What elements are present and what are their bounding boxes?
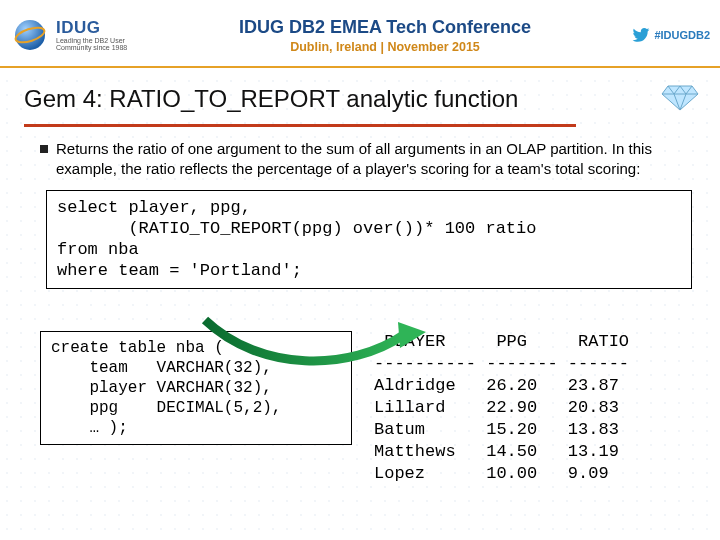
idug-logo: IDUG Leading the DB2 User Community sinc… [10,15,160,55]
hashtag-area: #IDUGDB2 [610,28,710,42]
logo-tagline: Leading the DB2 User Community since 198… [56,37,151,52]
hashtag-text: #IDUGDB2 [654,29,710,41]
twitter-icon [632,28,650,42]
banner-subtitle: Dublin, Ireland | November 2015 [160,40,610,54]
svg-point-0 [15,20,45,50]
arrow-icon [200,312,430,372]
globe-icon [10,15,50,55]
sql-query-box: select player, ppg, (RATIO_TO_REPORT(ppg… [46,190,692,289]
slide-title: Gem 4: RATIO_TO_REPORT analytic function [24,85,660,113]
slide-header: IDUG Leading the DB2 User Community sinc… [0,0,720,68]
banner-center: IDUG DB2 EMEA Tech Conference Dublin, Ir… [160,17,610,54]
bullet-text: Returns the ratio of one argument to the… [56,139,692,180]
banner-title: IDUG DB2 EMEA Tech Conference [160,17,610,38]
title-row: Gem 4: RATIO_TO_REPORT analytic function [0,68,720,122]
logo-text: IDUG [56,19,151,37]
bullet-item: Returns the ratio of one argument to the… [40,139,692,180]
diamond-icon [660,82,700,116]
bullet-icon [40,145,48,153]
svg-marker-3 [398,322,426,348]
svg-marker-2 [662,86,698,110]
slide-body: Returns the ratio of one argument to the… [0,127,720,485]
